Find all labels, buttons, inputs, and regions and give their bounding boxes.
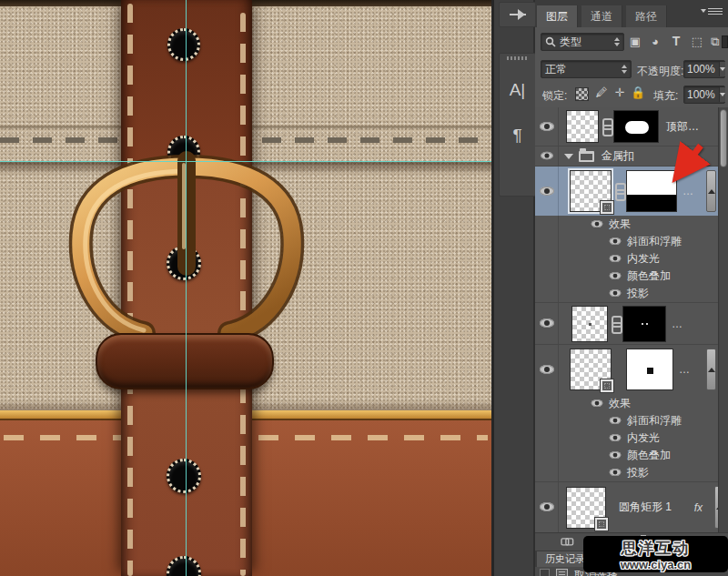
tab-paths[interactable]: 路径	[626, 5, 667, 27]
filter-shape-layers-icon[interactable]: ⬚	[688, 35, 706, 48]
eye-icon[interactable]	[610, 289, 622, 298]
layer-thumbnail[interactable]	[571, 306, 608, 342]
effect-item-row[interactable]: 颜色叠加	[535, 268, 728, 285]
fill-dropdown-icon[interactable]	[719, 87, 725, 102]
effect-name[interactable]: 投影	[627, 286, 649, 301]
scrollbar-thumb[interactable]	[720, 109, 727, 167]
canvas-area[interactable]	[0, 0, 491, 576]
layer-thumbnail[interactable]	[570, 349, 612, 390]
filter-toggle-switch[interactable]	[722, 35, 728, 48]
eye-icon[interactable]	[540, 187, 554, 197]
group-expand-icon[interactable]	[564, 154, 573, 159]
layer-name-truncated[interactable]: …	[682, 185, 694, 197]
visibility-cell[interactable]	[535, 107, 559, 146]
visibility-cell[interactable]	[535, 482, 559, 532]
eye-icon[interactable]	[610, 434, 622, 442]
transform-badge-icon	[595, 518, 608, 531]
layers-scrollbar[interactable]	[718, 107, 728, 532]
effect-name[interactable]: 斜面和浮雕	[627, 234, 682, 249]
layer-mask-thumbnail[interactable]	[626, 349, 673, 390]
layer-row[interactable]: …	[535, 344, 728, 394]
effect-item-row[interactable]: 斜面和浮雕	[535, 412, 728, 429]
mask-link-icon[interactable]	[613, 183, 624, 199]
effect-name[interactable]: 内发光	[627, 430, 660, 446]
eye-icon[interactable]	[610, 237, 622, 246]
visibility-cell[interactable]	[535, 303, 559, 344]
layer-row-rounded-rect[interactable]: 圆角矩形 1 fx	[535, 481, 728, 532]
group-row-metal-buckle[interactable]: 金属扣	[535, 146, 728, 166]
eye-icon[interactable]	[540, 122, 554, 132]
layer-row-selected[interactable]: …	[535, 166, 728, 216]
eye-icon[interactable]	[610, 272, 622, 280]
layer-mask-thumbnail-selected[interactable]	[626, 170, 677, 212]
lock-pixels-brush-icon[interactable]: 🖉	[593, 86, 610, 99]
layer-name[interactable]: 圆角矩形 1	[619, 500, 672, 515]
layer-name[interactable]: 顶部…	[666, 119, 699, 135]
panel-menu-icon[interactable]	[708, 6, 723, 15]
effect-name[interactable]: 颜色叠加	[627, 448, 671, 463]
collapsed-panel-slider[interactable]	[499, 2, 536, 27]
filter-smart-objects-icon[interactable]: ⧉	[708, 35, 723, 49]
group-name[interactable]: 金属扣	[602, 148, 634, 164]
effects-header-row[interactable]: 效果	[535, 216, 728, 233]
eye-icon[interactable]	[540, 318, 554, 328]
fx-badge[interactable]: fx	[694, 501, 703, 514]
layer-thumbnail-selected[interactable]	[570, 170, 612, 212]
visibility-cell[interactable]	[535, 147, 559, 166]
lock-position-icon[interactable]: ✛	[612, 86, 628, 99]
effects-collapse-button[interactable]	[706, 170, 716, 212]
filter-adjustment-layers-icon[interactable]: ◕	[646, 35, 664, 48]
effect-name[interactable]: 斜面和浮雕	[627, 413, 682, 429]
lock-transparency-icon[interactable]	[575, 87, 589, 101]
layer-mask-thumbnail[interactable]	[613, 110, 659, 143]
layer-row-top[interactable]: 顶部…	[535, 107, 728, 146]
fill-field[interactable]: 100%	[683, 86, 725, 104]
mask-link-icon[interactable]	[601, 118, 612, 135]
character-panel-icon[interactable]: A|	[500, 80, 535, 100]
tab-channels[interactable]: 通道	[581, 5, 622, 27]
effect-item-row[interactable]: 投影	[535, 464, 728, 481]
link-layers-icon[interactable]	[562, 537, 574, 544]
layer-filter-combo[interactable]: 类型	[541, 33, 624, 51]
opacity-dropdown-icon[interactable]	[719, 62, 725, 76]
eye-icon[interactable]	[592, 220, 603, 228]
filter-type-layers-icon[interactable]: T	[667, 34, 685, 48]
visibility-cell[interactable]	[535, 345, 559, 394]
eye-icon[interactable]	[541, 152, 553, 160]
eye-icon[interactable]	[592, 399, 603, 408]
panel-grip-dots[interactable]	[507, 56, 528, 60]
lock-all-icon[interactable]: 🔒	[630, 86, 646, 99]
effect-item-row[interactable]: 内发光	[535, 250, 728, 268]
mask-link-icon[interactable]	[610, 316, 621, 332]
effect-item-row[interactable]: 内发光	[535, 429, 728, 447]
paragraph-panel-icon[interactable]: ¶	[500, 126, 535, 146]
layer-row[interactable]: …	[535, 302, 728, 344]
eye-icon[interactable]	[540, 502, 554, 512]
layer-thumbnail[interactable]	[566, 487, 606, 529]
effect-name[interactable]: 投影	[627, 465, 649, 480]
effect-name[interactable]: 内发光	[627, 251, 660, 267]
filter-pixel-layers-icon[interactable]: ▣	[626, 35, 644, 48]
effects-header-row[interactable]: 效果	[535, 394, 728, 412]
effect-item-row[interactable]: 投影	[535, 285, 728, 302]
effects-collapse-button[interactable]	[706, 349, 716, 390]
blend-mode-combo[interactable]: 正常	[541, 60, 632, 78]
effect-name[interactable]: 颜色叠加	[627, 268, 671, 284]
eye-icon[interactable]	[610, 469, 622, 477]
opacity-field[interactable]: 100%	[683, 60, 725, 78]
effects-label[interactable]: 效果	[609, 396, 631, 411]
eye-icon[interactable]	[610, 451, 622, 460]
layer-thumbnail[interactable]	[566, 110, 599, 143]
layer-name-truncated[interactable]: …	[679, 363, 691, 376]
tab-layers[interactable]: 图层	[537, 5, 578, 27]
eye-icon[interactable]	[610, 255, 622, 263]
layer-name-truncated[interactable]: …	[672, 318, 683, 330]
layer-mask-thumbnail[interactable]	[622, 306, 666, 342]
visibility-cell[interactable]	[535, 167, 559, 216]
effect-item-row[interactable]: 斜面和浮雕	[535, 233, 728, 250]
effect-item-row[interactable]: 颜色叠加	[535, 447, 728, 464]
effects-label[interactable]: 效果	[609, 217, 631, 232]
history-source-checkbox[interactable]	[540, 569, 550, 576]
eye-icon[interactable]	[540, 365, 554, 375]
eye-icon[interactable]	[610, 417, 622, 425]
